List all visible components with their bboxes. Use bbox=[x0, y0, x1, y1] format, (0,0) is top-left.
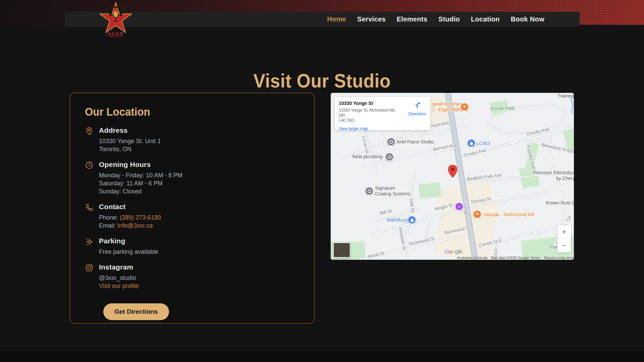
attribution-terms[interactable]: Terms bbox=[531, 256, 540, 260]
location-sections: Address10330 Yonge St. Unit 1Toronto, ON… bbox=[85, 126, 299, 290]
text-segment: Email: bbox=[99, 222, 117, 229]
google-logo-letter: e bbox=[459, 248, 462, 255]
map-label-bathboys: BathBoys bbox=[387, 217, 408, 223]
google-logo-letter: o bbox=[452, 248, 455, 255]
map-label-line: Coating Systems bbox=[375, 191, 411, 196]
poi-pin bbox=[365, 187, 374, 195]
satellite-view-toggle[interactable] bbox=[333, 242, 351, 258]
section-line: 10330 Yonge St. Unit 1 bbox=[99, 137, 161, 145]
link-info-3xsr-ca[interactable]: Info@3xsr.ca bbox=[117, 222, 153, 229]
nav-item-elements[interactable]: Elements bbox=[397, 15, 427, 23]
phone-icon bbox=[85, 203, 94, 212]
location-card: Our Location Address10330 Yonge St. Unit… bbox=[70, 93, 314, 323]
section-title-contact: Contact bbox=[99, 203, 161, 211]
google-logo-letter: o bbox=[449, 248, 452, 255]
section-line: @3xsr_studio bbox=[99, 274, 139, 282]
view-larger-map-link[interactable]: View larger map bbox=[339, 126, 368, 131]
text-segment: Free parking available bbox=[99, 248, 158, 255]
get-directions-button[interactable]: Get Directions bbox=[103, 303, 169, 320]
map-label-signature: SignatureCoating Systems bbox=[375, 185, 411, 197]
attribution-report-a-map-error[interactable]: Report a map error bbox=[544, 256, 574, 260]
info-card-address-line2: L4C 5N1 bbox=[339, 118, 355, 123]
map-label-training: Training C bbox=[557, 93, 574, 99]
map-label-ariel: Ariel Piano Studio bbox=[396, 139, 434, 145]
section-body: Address10330 Yonge St. Unit 1Toronto, ON bbox=[99, 126, 161, 153]
zoom-in-button[interactable]: + bbox=[557, 225, 571, 239]
nav-item-services[interactable]: Services bbox=[357, 15, 386, 23]
nav-item-location[interactable]: Location bbox=[471, 15, 500, 23]
section-hours: Opening HoursMonday - Friday: 10 AM - 8 … bbox=[85, 161, 299, 195]
map-label-line: Jatujak - Richmond hill bbox=[483, 212, 534, 217]
map-label-line: Ariel Piano Studio bbox=[396, 139, 434, 144]
map-label-kozak: Kozak Park bbox=[491, 106, 515, 111]
dot-glyph bbox=[368, 189, 371, 193]
map-label-jatujak: Jatujak - Richmond hill bbox=[483, 212, 534, 217]
instagram-icon bbox=[85, 263, 94, 272]
location-card-title: Our Location bbox=[85, 105, 282, 118]
link-visit-our-profile[interactable]: Visit our profile bbox=[99, 283, 139, 289]
map-pin-icon bbox=[85, 127, 94, 135]
shopping-bag-pin bbox=[408, 216, 416, 224]
poi-pin bbox=[385, 153, 394, 161]
nav-item-book-now[interactable]: Book Now bbox=[511, 15, 544, 23]
map-label-korean: gnae Korean) - Elgin Mills bbox=[432, 101, 461, 112]
section-contact: ContactPhone: (289) 273-6189Email: Info@… bbox=[85, 203, 299, 230]
nav-item-home[interactable]: Home bbox=[327, 15, 346, 23]
map-label-line: Neat plumbing bbox=[352, 154, 382, 159]
attribution-keyboard-shortcuts[interactable]: Keyboard shortcuts bbox=[457, 256, 487, 260]
bag-glyph bbox=[470, 142, 473, 145]
google-map-embed[interactable]: gnae Korean) - Elgin MillsKozak ParkTrai… bbox=[331, 93, 574, 260]
map-label-line: by Chery bbox=[556, 176, 574, 181]
section-parking: ParkingFree parking available bbox=[85, 237, 299, 256]
section-body: ContactPhone: (289) 273-6189Email: Info@… bbox=[99, 203, 161, 230]
section-title-parking: Parking bbox=[99, 237, 158, 245]
section-body: Opening HoursMonday - Friday: 10 AM - 8 … bbox=[99, 161, 182, 195]
map-zoom-control: + − bbox=[557, 225, 571, 252]
link-289-273-6189[interactable]: (289) 273-6189 bbox=[120, 214, 161, 221]
zoom-out-button[interactable]: − bbox=[557, 239, 571, 252]
page-title: Visit Our Studio bbox=[26, 69, 618, 92]
section-line: Sunday: Closed bbox=[99, 187, 182, 195]
masks-glyph: ☺ bbox=[458, 205, 461, 208]
map-label-lcbo: LCBO bbox=[476, 140, 490, 146]
info-card-address-line1: 10330 Yonge St, Richmond Hill, ON bbox=[339, 108, 395, 118]
fork-glyph: Ψ bbox=[476, 213, 479, 216]
text-segment: Phone: bbox=[99, 214, 120, 221]
section-address: Address10330 Yonge St. Unit 1Toronto, ON bbox=[85, 126, 299, 153]
map-label-krown: Krown Rust C bbox=[546, 200, 574, 206]
directions-label: Directions bbox=[407, 112, 428, 116]
section-line: Toronto, ON bbox=[99, 145, 161, 153]
text-segment: Sunday: Closed bbox=[99, 188, 142, 195]
section-line: Monday - Friday: 10 AM - 8 PM bbox=[99, 171, 182, 179]
map-label-line: Kozak Park bbox=[491, 106, 515, 111]
section-line: Visit our profile bbox=[99, 282, 139, 290]
info-card-address: 10330 Yonge St, Richmond Hill, ON L4C 5N… bbox=[339, 108, 402, 123]
text-segment: Saturday: 11 AM - 6 PM bbox=[99, 180, 163, 187]
map-label-line: Precision Electrolysi bbox=[533, 170, 574, 175]
map-label-line: Hall St bbox=[409, 199, 416, 213]
directions-button[interactable]: Directions bbox=[407, 101, 428, 116]
map-label-line: LCBO bbox=[476, 140, 490, 146]
section-line: Saturday: 11 AM - 6 PM bbox=[99, 179, 182, 187]
theatre-pin: ☺ bbox=[455, 202, 464, 211]
shopping-bag-pin bbox=[467, 139, 476, 147]
section-body: Instagram@3xsr_studioVisit our profile bbox=[99, 263, 139, 290]
nav-item-studio[interactable]: Studio bbox=[438, 15, 460, 23]
main-nav: HomeServicesElementsStudioLocationBook N… bbox=[65, 12, 580, 27]
studio-logo[interactable]: S.S.S.Я. bbox=[99, 2, 132, 38]
clock-icon bbox=[85, 161, 94, 170]
restaurant-pin: Ψ bbox=[460, 103, 469, 111]
map-label-line: Krown Rust C bbox=[546, 200, 574, 205]
map-info-card: 10330 Yonge St 10330 Yonge St, Richmond … bbox=[335, 97, 430, 130]
section-title-instagram: Instagram bbox=[99, 263, 139, 271]
section-body: ParkingFree parking available bbox=[99, 237, 158, 256]
section-line: Phone: (289) 273-6189 bbox=[99, 214, 161, 222]
text-segment: 10330 Yonge St. Unit 1 bbox=[99, 138, 161, 144]
google-logo[interactable]: Google bbox=[445, 248, 462, 255]
section-line: Email: Info@3xsr.ca bbox=[99, 222, 161, 230]
section-line: Free parking available bbox=[99, 248, 158, 256]
map-label-line: Training C bbox=[557, 93, 574, 99]
dot-glyph bbox=[389, 140, 393, 144]
map-marker-red[interactable] bbox=[448, 165, 457, 179]
map-label-line: ) - Elgin Mills bbox=[432, 107, 461, 112]
